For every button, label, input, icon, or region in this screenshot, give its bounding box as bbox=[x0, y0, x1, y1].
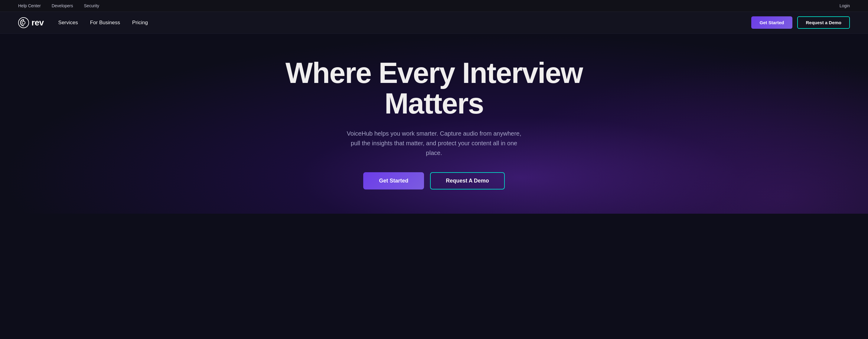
for-business-nav-link[interactable]: For Business bbox=[90, 20, 120, 26]
help-center-link[interactable]: Help Center bbox=[18, 3, 41, 8]
developers-link[interactable]: Developers bbox=[52, 3, 73, 8]
rev-logo-icon bbox=[18, 17, 29, 28]
logo-text: rev bbox=[31, 18, 44, 28]
nav-request-demo-button[interactable]: Request a Demo bbox=[797, 16, 850, 29]
pricing-nav-link[interactable]: Pricing bbox=[132, 20, 148, 26]
hero-buttons: Get Started Request A Demo bbox=[363, 172, 505, 190]
nav-links: Services For Business Pricing bbox=[58, 20, 148, 26]
security-link[interactable]: Security bbox=[84, 3, 99, 8]
main-nav: rev Services For Business Pricing Get St… bbox=[0, 12, 868, 34]
top-bar-links: Help Center Developers Security bbox=[18, 3, 99, 8]
hero-title: Where Every Interview Matters bbox=[252, 58, 616, 119]
services-nav-link[interactable]: Services bbox=[58, 20, 78, 26]
top-bar: Help Center Developers Security Login bbox=[0, 0, 868, 12]
hero-subtitle: VoiceHub helps you work smarter. Capture… bbox=[346, 129, 522, 158]
nav-get-started-button[interactable]: Get Started bbox=[751, 16, 793, 29]
svg-point-1 bbox=[22, 21, 25, 24]
logo[interactable]: rev bbox=[18, 17, 44, 28]
svg-point-0 bbox=[19, 18, 29, 28]
nav-right: Get Started Request a Demo bbox=[751, 16, 850, 29]
hero-section: Where Every Interview Matters VoiceHub h… bbox=[0, 34, 868, 214]
login-link[interactable]: Login bbox=[840, 3, 850, 8]
hero-get-started-button[interactable]: Get Started bbox=[363, 172, 424, 190]
top-bar-right: Login bbox=[840, 3, 850, 8]
hero-request-demo-button[interactable]: Request A Demo bbox=[430, 172, 505, 190]
nav-left: rev Services For Business Pricing bbox=[18, 17, 148, 28]
